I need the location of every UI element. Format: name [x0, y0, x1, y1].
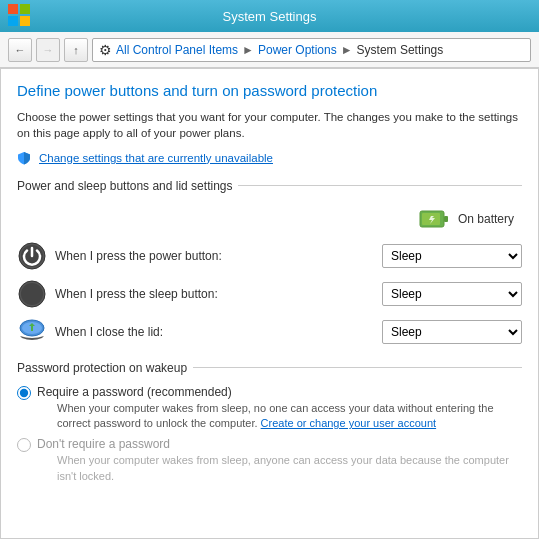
laptop-lid-icon [18, 318, 46, 346]
power-button-row: When I press the power button: Sleep Hib… [17, 241, 522, 271]
password-section: Require a password (recommended) When yo… [17, 385, 522, 485]
lid-select[interactable]: Sleep Hibernate Shut down Turn off the d… [382, 320, 522, 344]
lid-label: When I close the lid: [55, 325, 374, 339]
svg-rect-2 [8, 16, 18, 26]
page-title: Define power buttons and turn on passwor… [17, 81, 522, 101]
svg-rect-0 [8, 4, 18, 14]
power-button-label: When I press the power button: [55, 249, 374, 263]
on-battery-label: On battery [458, 212, 514, 226]
sleep-button-label: When I press the sleep button: [55, 287, 374, 301]
breadcrumb-system-settings: System Settings [357, 43, 444, 57]
require-password-label: Require a password (recommended) [37, 385, 522, 399]
change-settings-text[interactable]: Change settings that are currently unava… [39, 152, 273, 164]
power-button-select[interactable]: Sleep Hibernate Shut down Turn off the d… [382, 244, 522, 268]
lid-icon [17, 317, 47, 347]
password-section-header: Password protection on wakeup [17, 361, 522, 375]
no-password-label: Don't require a password [37, 437, 522, 451]
sleep-button-row: When I press the sleep button: Sleep Hib… [17, 279, 522, 309]
no-password-radio[interactable] [17, 438, 31, 452]
require-password-radio[interactable] [17, 386, 31, 400]
power-button-icon [17, 241, 47, 271]
shield-icon [17, 151, 31, 165]
page-description: Choose the power settings that you want … [17, 109, 522, 141]
password-section-divider [193, 367, 522, 368]
main-content: Define power buttons and turn on passwor… [0, 68, 539, 539]
require-password-desc: When your computer wakes from sleep, no … [57, 401, 522, 432]
no-password-option: Don't require a password When your compu… [17, 437, 522, 484]
power-sleep-section-header: Power and sleep buttons and lid settings [17, 179, 522, 193]
battery-header: On battery [17, 203, 522, 235]
change-settings-link[interactable]: Change settings that are currently unava… [17, 151, 273, 165]
section-divider [238, 185, 522, 186]
lid-row: When I close the lid: Sleep Hibernate Sh… [17, 317, 522, 347]
breadcrumb: ⚙ All Control Panel Items ► Power Option… [92, 38, 531, 62]
svg-rect-3 [20, 16, 30, 26]
sleep-button-icon [17, 279, 47, 309]
address-bar: ← → ↑ ⚙ All Control Panel Items ► Power … [0, 32, 539, 68]
sleep-button-select[interactable]: Sleep Hibernate Shut down Turn off the d… [382, 282, 522, 306]
breadcrumb-power-options[interactable]: Power Options [258, 43, 337, 57]
create-account-link[interactable]: Create or change your user account [261, 417, 437, 429]
password-header-text: Password protection on wakeup [17, 361, 187, 375]
windows-logo-icon [8, 4, 30, 26]
no-password-desc: When your computer wakes from sleep, any… [57, 453, 522, 484]
sleep-icon [18, 280, 46, 308]
breadcrumb-all-control-panel[interactable]: All Control Panel Items [116, 43, 238, 57]
power-icon [18, 242, 46, 270]
forward-button[interactable]: → [36, 38, 60, 62]
control-panel-icon: ⚙ [99, 42, 112, 58]
require-password-option: Require a password (recommended) When yo… [17, 385, 522, 432]
svg-rect-5 [444, 216, 448, 222]
back-button[interactable]: ← [8, 38, 32, 62]
up-button[interactable]: ↑ [64, 38, 88, 62]
svg-point-10 [21, 283, 43, 305]
svg-rect-1 [20, 4, 30, 14]
window-title: System Settings [223, 9, 317, 24]
title-bar: System Settings [0, 0, 539, 32]
power-sleep-header-text: Power and sleep buttons and lid settings [17, 179, 232, 193]
battery-icon [418, 203, 450, 235]
power-settings-table: When I press the power button: Sleep Hib… [17, 241, 522, 347]
